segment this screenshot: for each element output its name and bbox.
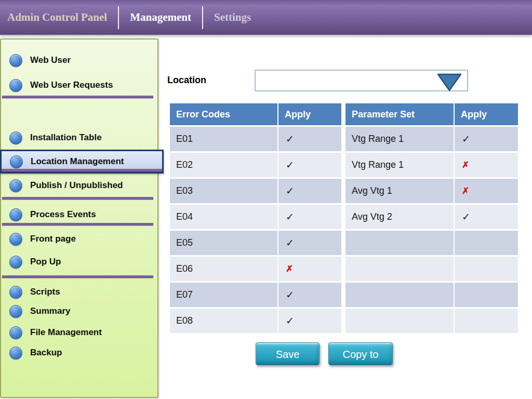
apply-cell[interactable]: ✓: [278, 283, 341, 309]
apply-cell[interactable]: ✗: [278, 257, 341, 283]
sidebar-item-process-events[interactable]: Process Events: [1, 206, 157, 223]
sidebar-menu: Web User Web User Requests Installation …: [0, 38, 158, 398]
sidebar-item-label: Summary: [30, 306, 70, 316]
parameter-cell: [345, 283, 455, 309]
table-row: Avg Vtg 1 ✗: [345, 179, 518, 205]
copy-to-button[interactable]: Copy to: [328, 342, 393, 365]
table-row: [345, 283, 518, 309]
app-title: Admin Control Panel: [7, 11, 107, 24]
error-code-cell: E01: [170, 127, 278, 153]
apply-cell[interactable]: ✓: [278, 179, 341, 205]
apply-cell[interactable]: ✓: [455, 205, 518, 231]
error-code-cell: E07: [170, 283, 278, 309]
table-row: E07 ✓: [170, 283, 341, 309]
sidebar-item-front-page[interactable]: Front page: [1, 231, 157, 247]
apply-mark: ✗: [462, 186, 469, 196]
sidebar-item-label: Publish / Unpublished: [30, 180, 123, 191]
parameter-set-table: Parameter Set Apply Vtg Range 1 ✓ Vtg Ra…: [345, 103, 518, 335]
apply-cell[interactable]: ✓: [278, 153, 341, 179]
bullet-icon: [9, 54, 22, 67]
parameter-cell: Vtg Range 1: [345, 153, 455, 179]
sidebar-item-label: Web User: [30, 55, 71, 65]
save-button[interactable]: Save: [256, 342, 320, 365]
apply-column-header: Apply: [278, 103, 341, 127]
sidebar-item-label: Backup: [30, 348, 62, 358]
bullet-icon: [10, 155, 23, 168]
error-code-cell: E05: [170, 231, 278, 257]
nav-item-settings[interactable]: Settings: [214, 11, 251, 24]
bullet-icon: [9, 131, 22, 144]
apply-cell[interactable]: ✓: [278, 231, 341, 257]
apply-cell[interactable]: [455, 231, 518, 257]
sidebar-item-label: Web User Requests: [30, 80, 113, 90]
sidebar-divider: [2, 96, 153, 98]
apply-mark: ✗: [286, 264, 293, 274]
error-code-cell: E03: [170, 179, 278, 205]
sidebar-item-label: Installation Table: [30, 132, 102, 143]
table-row: E03 ✓: [170, 179, 341, 205]
bullet-icon: [9, 208, 22, 221]
top-header-bar: Admin Control Panel Management Settings: [0, 0, 532, 35]
table-row: E06 ✗: [170, 257, 341, 283]
apply-cell[interactable]: ✓: [455, 127, 518, 153]
table-row: E05 ✓: [170, 231, 341, 257]
sidebar-item-label: Front page: [30, 234, 76, 244]
sidebar-item-pop-up[interactable]: Pop Up: [1, 254, 157, 270]
parameter-cell: [345, 257, 455, 283]
apply-cell[interactable]: ✗: [455, 153, 518, 179]
apply-mark: ✓: [286, 159, 294, 170]
table-row: [345, 257, 518, 283]
sidebar-divider: [2, 223, 153, 225]
apply-cell[interactable]: ✓: [278, 205, 341, 231]
apply-mark: ✓: [462, 211, 470, 222]
sidebar-item-label: Scripts: [30, 287, 60, 297]
table-row: [345, 309, 518, 335]
sidebar-item-scripts[interactable]: Scripts: [1, 284, 157, 300]
bullet-icon: [9, 79, 22, 92]
apply-cell[interactable]: [455, 309, 518, 335]
apply-cell[interactable]: ✗: [455, 179, 518, 205]
header-divider: [202, 6, 203, 29]
sidebar-item-backup[interactable]: Backup: [1, 344, 157, 361]
error-codes-table: Error Codes Apply E01 ✓ E02 ✓ E03 ✓ E04 …: [170, 103, 341, 335]
apply-cell[interactable]: ✓: [278, 127, 341, 153]
sidebar-item-installation-table[interactable]: Installation Table: [1, 129, 157, 146]
table-row: E01 ✓: [170, 127, 341, 153]
apply-cell[interactable]: [455, 283, 518, 309]
header-divider: [118, 6, 119, 29]
bullet-icon: [9, 347, 22, 360]
apply-mark: ✓: [286, 315, 294, 326]
parameter-set-column-header: Parameter Set: [345, 103, 455, 127]
sidebar-item-label: Pop Up: [30, 257, 61, 267]
apply-cell[interactable]: ✓: [278, 309, 341, 335]
error-code-cell: E04: [170, 205, 278, 231]
sidebar-item-label: Location Management: [31, 156, 124, 167]
apply-mark: ✓: [286, 134, 294, 144]
sidebar-item-file-management[interactable]: File Management: [1, 324, 157, 341]
table-row: [345, 231, 518, 257]
sidebar-item-label: Process Events: [30, 209, 96, 220]
table-row: E04 ✓: [170, 205, 341, 231]
sidebar-divider: [2, 275, 153, 278]
table-row: Avg Vtg 2 ✓: [345, 205, 518, 231]
apply-mark: ✓: [286, 211, 294, 222]
apply-mark: ✗: [462, 160, 469, 170]
apply-cell[interactable]: [455, 257, 518, 283]
table-row: Vtg Range 1 ✓: [345, 127, 518, 153]
parameter-cell: [345, 309, 455, 335]
location-dropdown[interactable]: [255, 70, 468, 91]
sidebar-item-publish-unpublished[interactable]: Publish / Unpublished: [1, 177, 157, 194]
dropdown-arrow-icon[interactable]: [436, 72, 463, 94]
sidebar-item-web-user[interactable]: Web User: [1, 52, 157, 69]
apply-mark: ✓: [286, 237, 294, 248]
table-row: E08 ✓: [170, 309, 341, 335]
sidebar-item-summary[interactable]: Summary: [1, 303, 157, 320]
table-header-row: Error Codes Apply: [170, 103, 341, 127]
nav-item-management[interactable]: Management: [130, 11, 191, 24]
apply-mark: ✓: [462, 134, 470, 144]
apply-mark: ✓: [286, 289, 294, 300]
error-codes-column-header: Error Codes: [170, 103, 278, 127]
parameter-cell: [345, 231, 455, 257]
sidebar-item-web-user-requests[interactable]: Web User Requests: [1, 77, 157, 94]
sidebar-item-location-management[interactable]: Location Management: [0, 150, 164, 174]
